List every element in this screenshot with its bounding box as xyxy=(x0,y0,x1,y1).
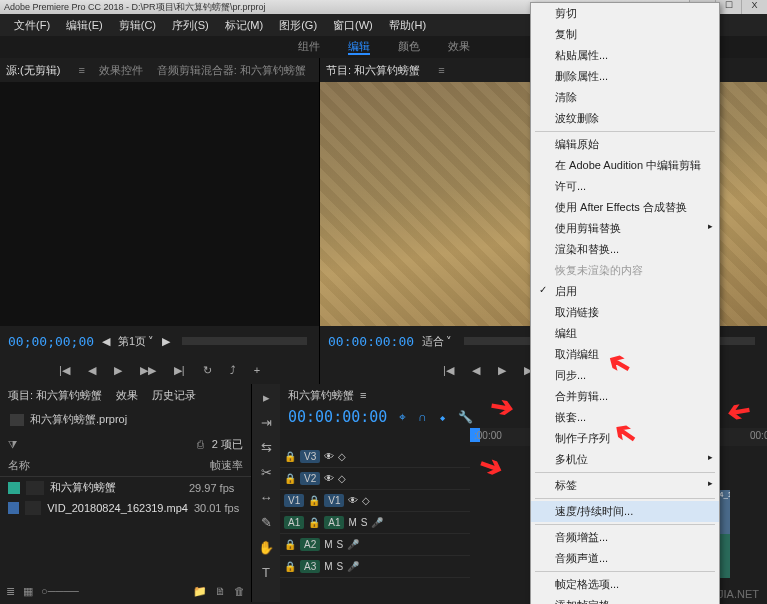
close-button[interactable]: X xyxy=(741,0,767,14)
track-a3[interactable]: 🔒A3MS🎤 xyxy=(280,556,470,578)
menu-item[interactable]: 帧定格选项... xyxy=(531,574,719,595)
menu-sequence[interactable]: 序列(S) xyxy=(164,14,217,36)
play-icon[interactable]: ▶ xyxy=(498,364,506,377)
menu-help[interactable]: 帮助(H) xyxy=(381,14,434,36)
workspace-editing[interactable]: 编辑 xyxy=(348,39,370,55)
menu-edit[interactable]: 编辑(E) xyxy=(58,14,111,36)
menu-item[interactable]: 制作子序列 xyxy=(531,428,719,449)
zoom-slider[interactable]: ○──── xyxy=(41,585,79,597)
track-a1[interactable]: A1🔒A1MS🎤 xyxy=(280,512,470,534)
panel-menu-icon[interactable]: ≡ xyxy=(360,389,366,401)
menu-item[interactable]: 复制 xyxy=(531,24,719,45)
menu-item[interactable]: 同步... xyxy=(531,365,719,386)
wrench-icon[interactable]: 🔧 xyxy=(458,410,473,424)
menu-item[interactable]: 渲染和替换... xyxy=(531,239,719,260)
track-v3[interactable]: 🔒V3👁◇ xyxy=(280,446,470,468)
bin-icon[interactable]: ⎙ xyxy=(197,438,204,450)
menu-item[interactable]: 在 Adobe Audition 中编辑剪辑 xyxy=(531,155,719,176)
col-name[interactable]: 名称 xyxy=(8,458,210,473)
step-back-icon[interactable]: ◀ xyxy=(88,364,96,377)
goto-out-icon[interactable]: ▶| xyxy=(174,364,185,377)
menu-item[interactable]: 速度/持续时间... xyxy=(531,501,719,522)
program-zoom-dropdown[interactable]: 适合 ˅ xyxy=(422,334,452,349)
tab-program[interactable]: 节目: 和六算钓螃蟹 xyxy=(326,63,420,78)
menu-item[interactable]: 使用 After Effects 合成替换 xyxy=(531,197,719,218)
menu-item[interactable]: 嵌套... xyxy=(531,407,719,428)
menu-item[interactable]: 添加帧定格 xyxy=(531,595,719,604)
type-tool-icon[interactable]: T xyxy=(262,565,270,580)
selection-tool-icon[interactable]: ▸ xyxy=(263,390,270,405)
menu-clip[interactable]: 剪辑(C) xyxy=(111,14,164,36)
trash-icon[interactable]: 🗑 xyxy=(234,585,245,597)
menu-marker[interactable]: 标记(M) xyxy=(217,14,272,36)
loop-icon[interactable]: ↻ xyxy=(203,364,212,377)
track-v1[interactable]: V1🔒V1👁◇ xyxy=(280,490,470,512)
export-frame-icon[interactable]: ⤴ xyxy=(230,364,236,376)
filter-icon[interactable]: ⧩ xyxy=(8,438,17,451)
panel-menu-icon[interactable]: ≡ xyxy=(438,64,444,76)
track-v2[interactable]: 🔒V2👁◇ xyxy=(280,468,470,490)
bin-row[interactable]: VID_20180824_162319.mp4 30.01 fps xyxy=(0,498,251,518)
menu-window[interactable]: 窗口(W) xyxy=(325,14,381,36)
tab-effect-controls[interactable]: 效果控件 xyxy=(99,63,143,78)
workspace-effects[interactable]: 效果 xyxy=(448,39,470,55)
menu-item[interactable]: 合并剪辑... xyxy=(531,386,719,407)
workspace-assembly[interactable]: 组件 xyxy=(298,39,320,55)
menu-item[interactable]: 多机位 xyxy=(531,449,719,470)
menu-item[interactable]: 删除属性... xyxy=(531,66,719,87)
source-monitor[interactable] xyxy=(0,82,319,326)
menu-item[interactable]: 音频声道... xyxy=(531,548,719,569)
new-bin-icon[interactable]: 📁 xyxy=(193,585,207,598)
timeline-timecode[interactable]: 00:00:00:00 xyxy=(288,408,387,426)
menu-item[interactable]: 取消链接 xyxy=(531,302,719,323)
menu-graphics[interactable]: 图形(G) xyxy=(271,14,325,36)
timeline-sequence-tab[interactable]: 和六算钓螃蟹 xyxy=(288,388,354,403)
slip-tool-icon[interactable]: ↔ xyxy=(260,490,273,505)
menu-item[interactable]: 使用剪辑替换 xyxy=(531,218,719,239)
menu-item[interactable]: 剪切 xyxy=(531,3,719,24)
menu-item[interactable]: 许可... xyxy=(531,176,719,197)
source-page-dropdown[interactable]: 第1页 ˅ xyxy=(118,334,154,349)
tab-source[interactable]: 源:(无剪辑) xyxy=(6,63,60,78)
menu-item[interactable]: 编组 xyxy=(531,323,719,344)
menu-file[interactable]: 文件(F) xyxy=(6,14,58,36)
marker-icon[interactable]: ⬥ xyxy=(439,410,446,424)
tab-effects[interactable]: 效果 xyxy=(116,388,138,403)
menu-item[interactable]: 编辑原始 xyxy=(531,134,719,155)
snap-icon[interactable]: ⌖ xyxy=(399,410,406,424)
source-timecode[interactable]: 00;00;00;00 xyxy=(8,334,94,349)
goto-in-icon[interactable]: |◀ xyxy=(59,364,70,377)
menu-item[interactable]: 波纹删除 xyxy=(531,108,719,129)
nav-prev-icon[interactable]: ◀ xyxy=(102,335,110,348)
col-fps[interactable]: 帧速率 xyxy=(210,458,243,473)
menu-item[interactable]: 恢复未渲染的内容 xyxy=(531,260,719,281)
track-select-tool-icon[interactable]: ⇥ xyxy=(261,415,272,430)
track-a2[interactable]: 🔒A2MS🎤 xyxy=(280,534,470,556)
program-timecode[interactable]: 00:00:00:00 xyxy=(328,334,414,349)
icon-view-icon[interactable]: ▦ xyxy=(23,585,33,598)
step-fwd-icon[interactable]: ▶▶ xyxy=(140,364,156,377)
bin-row[interactable]: 和六算钓螃蟹 29.97 fps xyxy=(0,477,251,498)
nav-next-icon[interactable]: ▶ xyxy=(162,335,170,348)
list-view-icon[interactable]: ≣ xyxy=(6,585,15,598)
menu-item[interactable]: 标签 xyxy=(531,475,719,496)
tab-audio-mixer[interactable]: 音频剪辑混合器: 和六算钓螃蟹 xyxy=(157,63,306,78)
pen-tool-icon[interactable]: ✎ xyxy=(261,515,272,530)
ripple-tool-icon[interactable]: ⇆ xyxy=(261,440,272,455)
hand-tool-icon[interactable]: ✋ xyxy=(258,540,274,555)
play-icon[interactable]: ▶ xyxy=(114,364,122,377)
menu-item[interactable]: 启用 xyxy=(531,281,719,302)
step-back-icon[interactable]: ◀ xyxy=(472,364,480,377)
menu-item[interactable]: 清除 xyxy=(531,87,719,108)
razor-tool-icon[interactable]: ✂ xyxy=(261,465,272,480)
source-scrubber[interactable] xyxy=(182,337,307,345)
link-icon[interactable]: ∩ xyxy=(418,410,427,424)
new-item-icon[interactable]: 🗎 xyxy=(215,585,226,597)
workspace-color[interactable]: 颜色 xyxy=(398,39,420,55)
tab-history[interactable]: 历史记录 xyxy=(152,388,196,403)
panel-menu-icon[interactable]: ≡ xyxy=(78,64,84,76)
add-icon[interactable]: + xyxy=(254,364,260,376)
tab-project[interactable]: 项目: 和六算钓螃蟹 xyxy=(8,388,102,403)
menu-item[interactable]: 粘贴属性... xyxy=(531,45,719,66)
menu-item[interactable]: 音频增益... xyxy=(531,527,719,548)
